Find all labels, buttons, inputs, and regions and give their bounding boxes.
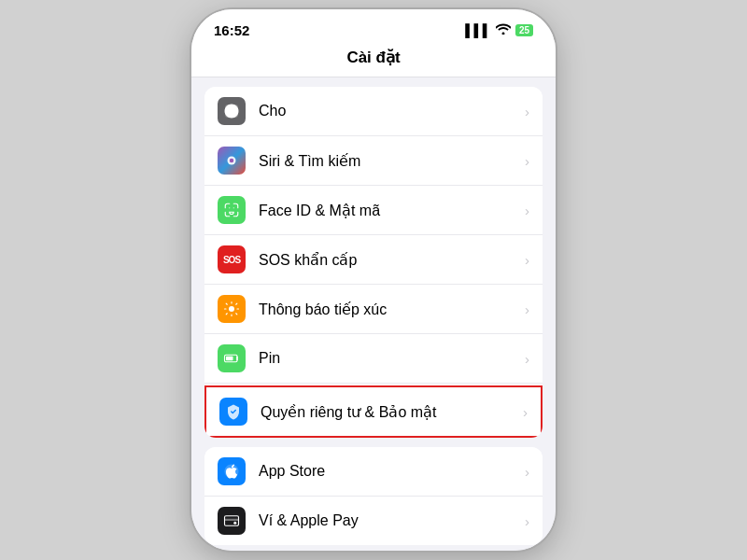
faceid-chevron: › (525, 203, 529, 218)
wallet-chevron: › (525, 513, 529, 529)
status-bar: 16:52 ▌▌▌ 25 (191, 9, 556, 44)
siri-label: Siri & Tìm kiếm (259, 152, 525, 170)
cho-icon (218, 97, 246, 125)
list-item-notify[interactable]: Thông báo tiếp xúc › (204, 285, 543, 334)
battery-icon (218, 344, 246, 372)
siri-icon (218, 147, 246, 175)
appstore-label: App Store (259, 463, 525, 480)
status-time: 16:52 (214, 22, 249, 38)
section-group2: App Store › Ví & Apple Pay › (204, 447, 543, 545)
list-item-siri[interactable]: Siri & Tìm kiếm › (204, 136, 543, 186)
battery-label: Pin (259, 350, 525, 367)
cho-label: Cho (259, 103, 525, 119)
wallet-label: Ví & Apple Pay (259, 512, 525, 529)
privacy-label: Quyền riêng tư & Bảo mật (261, 403, 523, 421)
sos-label: SOS khẩn cấp (259, 251, 525, 269)
list-item-sos[interactable]: SOS SOS khẩn cấp › (204, 235, 543, 285)
nav-bar: Cài đặt (191, 44, 556, 77)
svg-point-3 (229, 306, 234, 312)
signal-icon: ▌▌▌ (465, 23, 491, 37)
phone-frame: 16:52 ▌▌▌ 25 Cài đặt (191, 9, 556, 551)
notify-label: Thông báo tiếp xúc (259, 301, 525, 318)
svg-rect-5 (226, 357, 233, 361)
appstore-icon (218, 457, 246, 485)
svg-rect-7 (225, 519, 239, 521)
notify-icon (218, 295, 246, 323)
list-item-battery[interactable]: Pin › (204, 334, 543, 384)
page-title: Cài đặt (346, 49, 400, 66)
list-item-cho[interactable]: Cho › (204, 87, 543, 136)
wifi-icon (496, 23, 511, 37)
appstore-chevron: › (525, 464, 529, 480)
svg-point-8 (233, 522, 236, 525)
battery-chevron: › (525, 351, 529, 367)
battery-badge: 25 (515, 24, 533, 36)
section-group1: Cho › Siri & Tìm kiếm › (204, 87, 543, 438)
privacy-icon (219, 398, 247, 426)
faceid-icon (218, 196, 246, 224)
sos-chevron: › (525, 252, 529, 268)
faceid-label: Face ID & Mật mã (259, 202, 525, 219)
privacy-chevron: › (523, 404, 528, 420)
siri-chevron: › (525, 153, 529, 169)
status-icons: ▌▌▌ 25 (465, 23, 533, 37)
sos-icon: SOS (218, 245, 246, 273)
content-area: Cho › Siri & Tìm kiếm › (191, 77, 556, 551)
cho-chevron: › (525, 104, 529, 119)
list-item-appstore[interactable]: App Store › (204, 447, 543, 497)
list-item-wallet[interactable]: Ví & Apple Pay › (204, 497, 543, 545)
list-item-privacy[interactable]: Quyền riêng tư & Bảo mật › (204, 385, 543, 438)
list-item-faceid[interactable]: Face ID & Mật mã › (204, 186, 543, 235)
svg-point-2 (230, 159, 234, 163)
notify-chevron: › (525, 301, 529, 317)
wallet-icon (218, 507, 246, 535)
